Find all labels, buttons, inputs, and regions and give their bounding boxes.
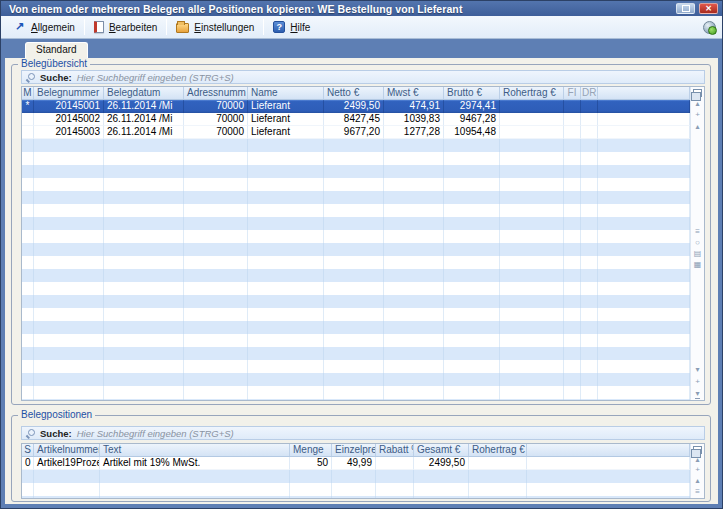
close-button[interactable] (699, 3, 718, 14)
jump-arrow-icon (14, 21, 26, 33)
settings-folder-icon (176, 23, 189, 33)
list-icon[interactable]: ≡ (691, 487, 704, 498)
column-header-menge[interactable]: Menge (290, 444, 332, 456)
empty-row (22, 321, 690, 334)
empty-row (22, 269, 690, 282)
table-row[interactable]: 20145003 26.11.2014 /Mi 70000 Lieferant … (22, 126, 690, 139)
zoom-icon[interactable]: ○ (691, 238, 704, 249)
column-header-m[interactable]: M (22, 87, 34, 99)
column-header-belegdatum[interactable]: Belegdatum (104, 87, 184, 99)
window-title: Von einem oder mehreren Belegen alle Pos… (9, 3, 462, 15)
scroll-down-icon[interactable]: ▾ (691, 364, 704, 376)
menu-einstellungen[interactable]: Einstellungen (169, 19, 261, 35)
content-area: Belegübersicht Suche: Hier Suchbegriff e… (5, 58, 718, 504)
column-header-rohertrag[interactable]: Rohertrag € (500, 87, 564, 99)
empty-row (22, 308, 690, 321)
empty-row (22, 360, 690, 373)
empty-row (22, 191, 690, 204)
column-header-filler (527, 444, 690, 456)
edit-document-icon (94, 21, 104, 33)
plus-icon[interactable]: + (691, 465, 704, 476)
positions-grid: S Artikelnummer Text Menge Einzelpreis €… (21, 443, 705, 499)
app-window: Von einem oder mehreren Belegen alle Pos… (0, 0, 723, 509)
position-row[interactable]: 0 Artikel19Prozent Artikel mit 19% MwSt.… (22, 457, 690, 470)
list-icon[interactable]: ≡ (691, 227, 704, 238)
overview-grid-toolbar: ▴ + ▴ ≡ ○ ▤ ▦ ▾ + ▾ (690, 87, 704, 400)
scroll-up-icon[interactable]: ▴ (691, 121, 704, 133)
column-header-filler (598, 87, 690, 99)
column-header-rabatt[interactable]: Rabatt % (376, 444, 414, 456)
group-belegpositionen-title: Belegpositionen (18, 409, 95, 421)
plus-icon[interactable]: + (691, 109, 704, 121)
empty-row (22, 483, 690, 496)
column-header-s[interactable]: S (22, 444, 34, 456)
table-row[interactable]: 20145002 26.11.2014 /Mi 70000 Lieferant … (22, 113, 690, 126)
menu-separator (166, 19, 167, 35)
column-header-fi[interactable]: FI (564, 87, 581, 99)
overview-search-bar[interactable]: Suche: Hier Suchbegriff eingeben (STRG+S… (21, 70, 705, 84)
empty-row (22, 152, 690, 165)
overview-grid: M Belegnummer Belegdatum Adressnumm Name… (21, 86, 705, 401)
row-marker: * (22, 100, 34, 113)
search-placeholder: Hier Suchbegriff eingeben (STRG+S) (77, 72, 234, 83)
empty-row (22, 386, 690, 399)
search-label: Suche: (40, 428, 72, 439)
table-row-selected[interactable]: * 20145001 26.11.2014 /Mi 70000 Lieferan… (22, 100, 690, 113)
empty-row (22, 139, 690, 152)
search-icon (26, 73, 35, 82)
column-header-einzelpreis[interactable]: Einzelpreis € (332, 444, 376, 456)
column-header-brutto[interactable]: Brutto € (444, 87, 500, 99)
column-chooser-icon[interactable] (693, 89, 702, 97)
menu-allgemein[interactable]: Allgemein (7, 19, 82, 35)
group-beleguebersicht-title: Belegübersicht (18, 58, 90, 70)
tab-standard[interactable]: Standard (25, 42, 88, 58)
empty-row (22, 295, 690, 308)
empty-row (22, 470, 690, 483)
scroll-up-icon[interactable]: ▴ (691, 476, 704, 487)
menu-hilfe-label: Hilfe (290, 22, 310, 33)
empty-row (22, 347, 690, 360)
positions-grid-toolbar: ▴ + ▴ ≡ (690, 444, 704, 498)
empty-row (22, 256, 690, 269)
empty-row (22, 496, 690, 498)
search-icon (26, 429, 35, 438)
help-icon (273, 21, 285, 33)
empty-row (22, 334, 690, 347)
empty-row (22, 373, 690, 386)
column-header-belegnummer[interactable]: Belegnummer (34, 87, 104, 99)
web-globe-icon[interactable] (703, 21, 716, 34)
column-header-artikelnummer[interactable]: Artikelnummer (34, 444, 100, 456)
menu-separator (263, 19, 264, 35)
empty-row (22, 204, 690, 217)
positions-grid-header: S Artikelnummer Text Menge Einzelpreis €… (22, 444, 690, 457)
positions-search-bar[interactable]: Suche: Hier Suchbegriff eingeben (STRG+S… (21, 426, 705, 440)
column-chooser-icon[interactable] (693, 446, 702, 454)
column-header-text[interactable]: Text (100, 444, 290, 456)
empty-row (22, 165, 690, 178)
menu-bearbeiten-label: Bearbeiten (109, 22, 157, 33)
empty-row (22, 282, 690, 295)
menu-hilfe[interactable]: Hilfe (266, 19, 317, 35)
menu-allgemein-label: Allgemein (31, 22, 75, 33)
group-belegpositionen: Belegpositionen Suche: Hier Suchbegriff … (11, 415, 711, 502)
column-header-mwst[interactable]: Mwst € (384, 87, 444, 99)
menu-bar: Allgemein Bearbeiten Einstellungen Hilfe (1, 16, 722, 39)
plus-icon[interactable]: + (691, 376, 704, 388)
scroll-bottom-icon[interactable]: ▾ (691, 388, 704, 400)
search-placeholder: Hier Suchbegriff eingeben (STRG+S) (77, 428, 234, 439)
empty-row (22, 230, 690, 243)
maximize-button[interactable] (676, 3, 695, 14)
table-icon[interactable]: ▦ (691, 260, 704, 271)
column-header-gesamt[interactable]: Gesamt € (414, 444, 469, 456)
overview-grid-header: M Belegnummer Belegdatum Adressnumm Name… (22, 87, 690, 100)
column-header-adressnummer[interactable]: Adressnumm (184, 87, 248, 99)
column-header-rohertrag[interactable]: Rohertrag € (469, 444, 527, 456)
column-header-netto[interactable]: Netto € (324, 87, 384, 99)
column-header-name[interactable]: Name (248, 87, 324, 99)
menu-bearbeiten[interactable]: Bearbeiten (87, 19, 164, 35)
titlebar: Von einem oder mehreren Belegen alle Pos… (1, 1, 722, 16)
column-header-dr[interactable]: DR (581, 87, 598, 99)
empty-row (22, 399, 690, 400)
empty-row (22, 217, 690, 230)
grid-icon[interactable]: ▤ (691, 249, 704, 260)
